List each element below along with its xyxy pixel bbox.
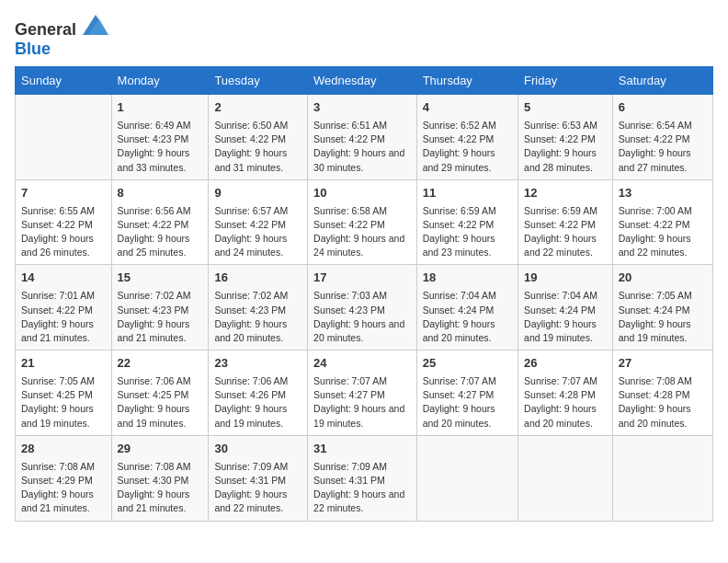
calendar-cell: 3Sunrise: 6:51 AMSunset: 4:22 PMDaylight… (308, 95, 417, 180)
day-number: 28 (21, 441, 106, 458)
calendar-week-row: 1Sunrise: 6:49 AMSunset: 4:23 PMDaylight… (16, 95, 713, 180)
weekday-header: Thursday (416, 67, 518, 95)
calendar-week-row: 7Sunrise: 6:55 AMSunset: 4:22 PMDaylight… (16, 179, 713, 265)
calendar-cell: 23Sunrise: 7:06 AMSunset: 4:26 PMDayligh… (209, 350, 308, 436)
calendar-cell: 29Sunrise: 7:08 AMSunset: 4:30 PMDayligh… (111, 435, 209, 521)
logo-text: General Blue (15, 15, 108, 59)
day-number: 9 (214, 185, 301, 202)
day-info: Sunrise: 6:52 AMSunset: 4:22 PMDaylight:… (423, 119, 512, 175)
day-number: 22 (118, 355, 203, 373)
calendar-week-row: 28Sunrise: 7:08 AMSunset: 4:29 PMDayligh… (16, 435, 713, 521)
day-number: 4 (423, 99, 512, 117)
day-number: 25 (423, 355, 512, 373)
logo: General Blue (15, 15, 108, 59)
calendar-cell: 12Sunrise: 6:59 AMSunset: 4:22 PMDayligh… (518, 179, 613, 265)
day-info: Sunrise: 6:58 AMSunset: 4:22 PMDaylight:… (313, 204, 411, 260)
day-info: Sunrise: 6:50 AMSunset: 4:22 PMDaylight:… (214, 119, 301, 175)
day-number: 17 (313, 270, 411, 287)
calendar-cell: 6Sunrise: 6:54 AMSunset: 4:22 PMDaylight… (612, 95, 712, 180)
calendar-cell: 4Sunrise: 6:52 AMSunset: 4:22 PMDaylight… (416, 95, 518, 180)
calendar-cell: 11Sunrise: 6:59 AMSunset: 4:22 PMDayligh… (416, 179, 518, 265)
calendar-cell: 8Sunrise: 6:56 AMSunset: 4:22 PMDaylight… (111, 179, 209, 265)
day-info: Sunrise: 6:56 AMSunset: 4:22 PMDaylight:… (118, 204, 203, 260)
page-header: General Blue (15, 15, 713, 59)
weekday-header-row: SundayMondayTuesdayWednesdayThursdayFrid… (16, 67, 713, 95)
logo-general: General (15, 20, 76, 39)
day-number: 21 (21, 355, 106, 373)
day-number: 14 (21, 270, 106, 287)
calendar-week-row: 21Sunrise: 7:05 AMSunset: 4:25 PMDayligh… (16, 350, 713, 436)
weekday-header: Wednesday (308, 67, 417, 95)
calendar-cell: 19Sunrise: 7:04 AMSunset: 4:24 PMDayligh… (518, 265, 613, 350)
day-number: 10 (313, 185, 411, 202)
day-number: 26 (524, 355, 607, 373)
day-info: Sunrise: 7:08 AMSunset: 4:30 PMDaylight:… (118, 460, 203, 516)
day-info: Sunrise: 7:05 AMSunset: 4:24 PMDaylight:… (619, 289, 707, 345)
day-number: 12 (524, 185, 607, 202)
day-number: 27 (619, 355, 707, 373)
calendar-cell: 30Sunrise: 7:09 AMSunset: 4:31 PMDayligh… (209, 435, 308, 521)
day-number: 19 (524, 270, 607, 287)
day-info: Sunrise: 7:02 AMSunset: 4:23 PMDaylight:… (118, 289, 203, 345)
calendar-cell: 18Sunrise: 7:04 AMSunset: 4:24 PMDayligh… (416, 265, 518, 350)
calendar-cell: 22Sunrise: 7:06 AMSunset: 4:25 PMDayligh… (111, 350, 209, 436)
day-number: 3 (313, 99, 411, 117)
day-info: Sunrise: 7:01 AMSunset: 4:22 PMDaylight:… (21, 289, 106, 345)
calendar-cell: 20Sunrise: 7:05 AMSunset: 4:24 PMDayligh… (612, 265, 712, 350)
day-number: 8 (118, 185, 203, 202)
calendar-cell: 14Sunrise: 7:01 AMSunset: 4:22 PMDayligh… (16, 265, 112, 350)
day-info: Sunrise: 6:51 AMSunset: 4:22 PMDaylight:… (313, 119, 411, 175)
calendar-cell: 15Sunrise: 7:02 AMSunset: 4:23 PMDayligh… (111, 265, 209, 350)
calendar-table: SundayMondayTuesdayWednesdayThursdayFrid… (15, 66, 713, 522)
day-number: 24 (313, 355, 411, 373)
calendar-cell: 26Sunrise: 7:07 AMSunset: 4:28 PMDayligh… (518, 350, 613, 436)
day-info: Sunrise: 6:59 AMSunset: 4:22 PMDaylight:… (524, 204, 607, 260)
calendar-cell: 27Sunrise: 7:08 AMSunset: 4:28 PMDayligh… (612, 350, 712, 436)
weekday-header: Saturday (612, 67, 712, 95)
day-info: Sunrise: 7:04 AMSunset: 4:24 PMDaylight:… (524, 289, 607, 345)
day-info: Sunrise: 6:49 AMSunset: 4:23 PMDaylight:… (118, 119, 203, 175)
day-info: Sunrise: 7:02 AMSunset: 4:23 PMDaylight:… (214, 289, 301, 345)
day-number: 15 (118, 270, 203, 287)
weekday-header: Sunday (16, 67, 112, 95)
day-info: Sunrise: 7:09 AMSunset: 4:31 PMDaylight:… (313, 460, 411, 516)
day-info: Sunrise: 7:04 AMSunset: 4:24 PMDaylight:… (423, 289, 512, 345)
weekday-header: Friday (518, 67, 613, 95)
day-number: 11 (423, 185, 512, 202)
day-info: Sunrise: 7:06 AMSunset: 4:25 PMDaylight:… (118, 374, 203, 431)
logo-icon (83, 15, 108, 35)
day-number: 29 (118, 441, 203, 458)
calendar-cell: 21Sunrise: 7:05 AMSunset: 4:25 PMDayligh… (16, 350, 112, 436)
day-number: 31 (313, 441, 411, 458)
day-number: 5 (524, 99, 607, 117)
calendar-cell: 1Sunrise: 6:49 AMSunset: 4:23 PMDaylight… (111, 95, 209, 180)
day-info: Sunrise: 6:53 AMSunset: 4:22 PMDaylight:… (524, 119, 607, 175)
calendar-cell: 31Sunrise: 7:09 AMSunset: 4:31 PMDayligh… (308, 435, 417, 521)
day-number: 13 (619, 185, 707, 202)
calendar-cell: 28Sunrise: 7:08 AMSunset: 4:29 PMDayligh… (16, 435, 112, 521)
calendar-cell: 16Sunrise: 7:02 AMSunset: 4:23 PMDayligh… (209, 265, 308, 350)
day-number: 6 (619, 99, 707, 117)
calendar-cell: 24Sunrise: 7:07 AMSunset: 4:27 PMDayligh… (308, 350, 417, 436)
day-info: Sunrise: 6:57 AMSunset: 4:22 PMDaylight:… (214, 204, 301, 260)
day-info: Sunrise: 7:00 AMSunset: 4:22 PMDaylight:… (619, 204, 707, 260)
calendar-cell (612, 435, 712, 521)
calendar-cell: 7Sunrise: 6:55 AMSunset: 4:22 PMDaylight… (16, 179, 112, 265)
day-info: Sunrise: 7:07 AMSunset: 4:27 PMDaylight:… (313, 374, 411, 431)
day-number: 16 (214, 270, 301, 287)
day-number: 7 (21, 185, 106, 202)
calendar-week-row: 14Sunrise: 7:01 AMSunset: 4:22 PMDayligh… (16, 265, 713, 350)
logo-blue: Blue (15, 40, 51, 58)
day-number: 2 (214, 99, 301, 117)
day-info: Sunrise: 7:06 AMSunset: 4:26 PMDaylight:… (214, 374, 301, 431)
calendar-cell (518, 435, 613, 521)
calendar-cell: 25Sunrise: 7:07 AMSunset: 4:27 PMDayligh… (416, 350, 518, 436)
day-info: Sunrise: 7:08 AMSunset: 4:28 PMDaylight:… (619, 374, 707, 431)
day-number: 18 (423, 270, 512, 287)
calendar-cell: 2Sunrise: 6:50 AMSunset: 4:22 PMDaylight… (209, 95, 308, 180)
day-info: Sunrise: 7:05 AMSunset: 4:25 PMDaylight:… (21, 374, 106, 431)
day-info: Sunrise: 7:07 AMSunset: 4:28 PMDaylight:… (524, 374, 607, 431)
day-info: Sunrise: 7:08 AMSunset: 4:29 PMDaylight:… (21, 460, 106, 516)
day-number: 1 (118, 99, 203, 117)
day-info: Sunrise: 6:59 AMSunset: 4:22 PMDaylight:… (423, 204, 512, 260)
